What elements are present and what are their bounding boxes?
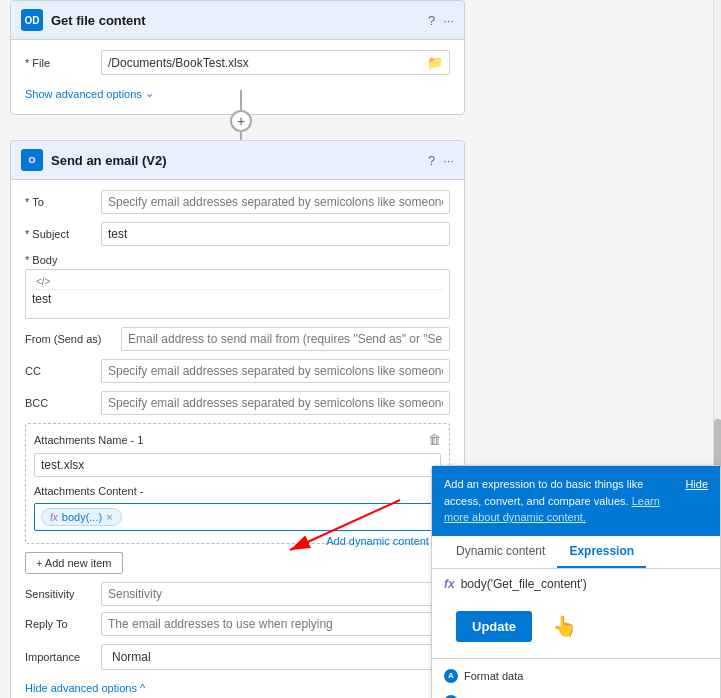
send-email-card: O Send an email (V2) ? ··· * To * Subjec… bbox=[10, 140, 465, 698]
onedrive-icon: OD bbox=[21, 9, 43, 31]
more-options-icon[interactable]: ··· bbox=[443, 13, 454, 28]
expression-info-bar: Add an expression to do basic things lik… bbox=[432, 466, 720, 536]
send-email-header-left: O Send an email (V2) bbox=[21, 149, 167, 171]
send-email-help-icon[interactable]: ? bbox=[428, 153, 435, 168]
file-input[interactable]: /Documents/BookTest.xlsx 📁 bbox=[101, 50, 450, 75]
subject-input[interactable] bbox=[101, 222, 450, 246]
expression-tabs: Dynamic content Expression bbox=[432, 536, 720, 569]
send-email-header: O Send an email (V2) ? ··· bbox=[11, 141, 464, 180]
expression-input-area: fx bbox=[432, 569, 720, 599]
reply-to-label: Reply To bbox=[25, 618, 95, 630]
sensitivity-label: Sensitivity bbox=[25, 588, 95, 600]
hide-link[interactable]: Hide bbox=[685, 476, 708, 493]
format-data-examples-icon: A bbox=[444, 695, 458, 699]
subject-label: * Subject bbox=[25, 228, 95, 240]
help-icon[interactable]: ? bbox=[428, 13, 435, 28]
connector-line-top bbox=[240, 90, 242, 110]
outlook-icon: O bbox=[21, 149, 43, 171]
bcc-field-row: BCC bbox=[25, 391, 450, 415]
subject-field-row: * Subject bbox=[25, 222, 450, 246]
expression-info-text: Add an expression to do basic things lik… bbox=[444, 476, 677, 526]
from-field-row: From (Send as) bbox=[25, 327, 450, 351]
attachments-name-input[interactable] bbox=[34, 453, 441, 477]
importance-row: Importance Normal Low High bbox=[25, 644, 450, 670]
expression-panel: Add an expression to do basic things lik… bbox=[431, 465, 721, 698]
file-label: * File bbox=[25, 57, 95, 69]
sensitivity-input[interactable] bbox=[101, 582, 450, 606]
delete-attachment-icon[interactable]: 🗑 bbox=[428, 432, 441, 447]
add-step-btn[interactable]: + bbox=[230, 110, 252, 132]
file-field-row: * File /Documents/BookTest.xlsx 📁 bbox=[25, 50, 450, 75]
attachments-name-label: Attachments Name - 1 bbox=[34, 434, 143, 446]
card-header-left: OD Get file content bbox=[21, 9, 146, 31]
expression-fx-label: fx bbox=[444, 577, 455, 591]
cc-field-row: CC bbox=[25, 359, 450, 383]
bcc-label: BCC bbox=[25, 397, 95, 409]
format-data-item[interactable]: A Format data bbox=[432, 663, 720, 689]
send-email-title: Send an email (V2) bbox=[51, 153, 167, 168]
body-field-row: * Body </> test bbox=[25, 254, 450, 319]
importance-select[interactable]: Normal Low High bbox=[101, 644, 450, 670]
card-header-actions: ? ··· bbox=[428, 13, 454, 28]
importance-label: Importance bbox=[25, 651, 95, 663]
format-data-icon: A bbox=[444, 669, 458, 683]
body-chip[interactable]: fx body(...) × bbox=[41, 508, 122, 526]
body-editor[interactable]: </> test bbox=[25, 269, 450, 319]
send-email-body: * To * Subject * Body </> test From (Sen… bbox=[11, 180, 464, 698]
chip-close-icon[interactable]: × bbox=[106, 511, 112, 523]
attachments-content-label: Attachments Content - bbox=[34, 485, 143, 497]
hide-advanced-btn[interactable]: Hide advanced options ^ bbox=[25, 678, 450, 698]
from-label: From (Send as) bbox=[25, 333, 115, 345]
main-canvas: OD Get file content ? ··· * File /Docume… bbox=[0, 0, 721, 698]
to-input[interactable] bbox=[101, 190, 450, 214]
format-data-examples-item[interactable]: A Format data by examples bbox=[432, 689, 720, 699]
expression-input[interactable] bbox=[461, 577, 708, 591]
attachments-section: Attachments Name - 1 🗑 Attachments Conte… bbox=[25, 423, 450, 544]
body-label: * Body bbox=[25, 254, 450, 266]
add-new-item-btn[interactable]: + Add new item bbox=[25, 552, 123, 574]
cc-label: CC bbox=[25, 365, 95, 377]
expression-footer: A Format data A Format data by examples bbox=[432, 658, 720, 699]
attachments-name-header: Attachments Name - 1 🗑 bbox=[34, 432, 441, 447]
bcc-input[interactable] bbox=[101, 391, 450, 415]
tab-expression[interactable]: Expression bbox=[557, 536, 646, 568]
get-file-card-header: OD Get file content ? ··· bbox=[11, 1, 464, 40]
sensitivity-row: Sensitivity bbox=[25, 582, 450, 606]
folder-icon: 📁 bbox=[427, 55, 443, 70]
cc-input[interactable] bbox=[101, 359, 450, 383]
update-button[interactable]: Update bbox=[456, 611, 532, 642]
to-field-row: * To bbox=[25, 190, 450, 214]
attachments-content-header: Attachments Content - bbox=[34, 485, 441, 497]
cursor-hand-icon: 👆 bbox=[552, 614, 577, 638]
from-input[interactable] bbox=[121, 327, 450, 351]
send-email-header-actions: ? ··· bbox=[428, 153, 454, 168]
body-content: test bbox=[32, 292, 443, 306]
get-file-title: Get file content bbox=[51, 13, 146, 28]
send-email-more-icon[interactable]: ··· bbox=[443, 153, 454, 168]
attachments-content-field[interactable]: fx body(...) × bbox=[34, 503, 441, 531]
reply-to-row: Reply To bbox=[25, 612, 450, 636]
reply-to-input[interactable] bbox=[101, 612, 450, 636]
chip-label: body(...) bbox=[62, 511, 102, 523]
fx-icon: fx bbox=[50, 512, 58, 523]
body-toolbar: </> bbox=[32, 274, 443, 290]
add-dynamic-btn[interactable]: Add dynamic content ⊞ bbox=[326, 535, 441, 548]
tab-dynamic-content[interactable]: Dynamic content bbox=[444, 536, 557, 568]
to-label: * To bbox=[25, 196, 95, 208]
